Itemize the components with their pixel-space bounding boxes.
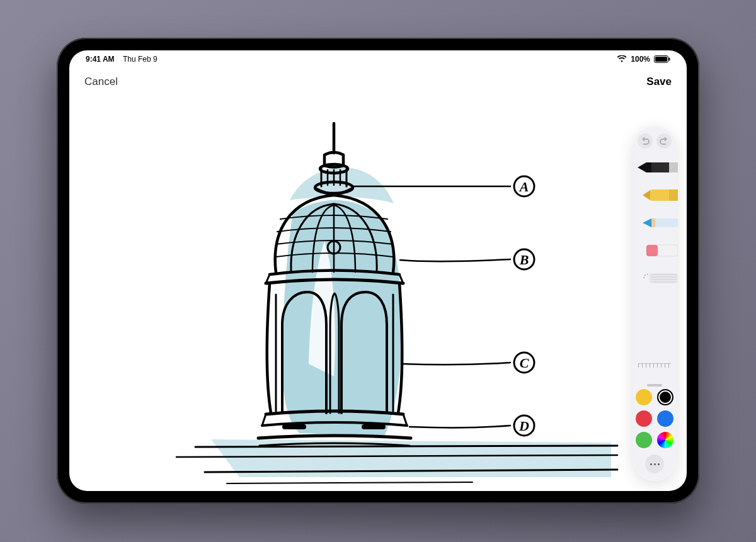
save-button[interactable]: Save: [646, 76, 672, 88]
tool-lasso[interactable]: [643, 266, 678, 291]
nav-bar: Cancel Save: [69, 71, 687, 93]
ipad-device-frame: 9:41 AM Thu Feb 9 100% Cancel Save: [57, 38, 699, 504]
annotation-b: B: [519, 252, 529, 268]
tool-pencil[interactable]: [643, 210, 678, 235]
battery-icon: [654, 55, 670, 63]
svg-rect-1: [655, 57, 667, 62]
color-swatch-green[interactable]: [636, 432, 652, 448]
tool-ruler[interactable]: [638, 363, 671, 375]
annotation-a: A: [518, 179, 529, 195]
drawing-canvas[interactable]: A B C D: [69, 93, 687, 491]
svg-marker-15: [643, 190, 650, 200]
annotation-c: C: [520, 355, 529, 371]
color-swatch-red[interactable]: [636, 410, 652, 427]
cancel-button[interactable]: Cancel: [84, 76, 118, 88]
battery-percent: 100%: [631, 55, 650, 64]
annotation-labels: A B C D: [514, 176, 534, 436]
color-swatches: [636, 389, 673, 448]
svg-rect-21: [646, 245, 658, 256]
color-swatch-blue[interactable]: [657, 410, 673, 427]
status-date: Thu Feb 9: [123, 55, 158, 64]
svg-marker-12: [638, 162, 646, 172]
tool-eraser[interactable]: [643, 238, 678, 263]
svg-rect-16: [669, 189, 678, 201]
color-swatch-wheel[interactable]: [657, 432, 673, 448]
color-swatch-black[interactable]: [657, 389, 673, 405]
palette-drag-handle[interactable]: [647, 384, 662, 387]
wifi-icon: [617, 55, 627, 63]
screen: 9:41 AM Thu Feb 9 100% Cancel Save: [69, 50, 687, 491]
watercolor-wash: [211, 167, 611, 477]
svg-rect-11: [646, 162, 651, 172]
redo-button[interactable]: [656, 133, 672, 149]
annotation-d: D: [518, 418, 529, 434]
svg-rect-2: [669, 58, 670, 61]
svg-rect-17: [651, 218, 678, 227]
tool-marker[interactable]: [643, 183, 678, 208]
more-button[interactable]: [645, 454, 664, 473]
tool-pen[interactable]: [638, 155, 678, 180]
status-time: 9:41 AM: [86, 55, 115, 64]
tool-palette[interactable]: [633, 126, 677, 481]
undo-button[interactable]: [638, 133, 653, 149]
svg-marker-18: [643, 218, 651, 227]
svg-marker-19: [651, 218, 655, 227]
color-swatch-yellow[interactable]: [636, 389, 652, 405]
status-bar: 9:41 AM Thu Feb 9 100%: [69, 50, 687, 68]
svg-rect-13: [669, 162, 678, 172]
